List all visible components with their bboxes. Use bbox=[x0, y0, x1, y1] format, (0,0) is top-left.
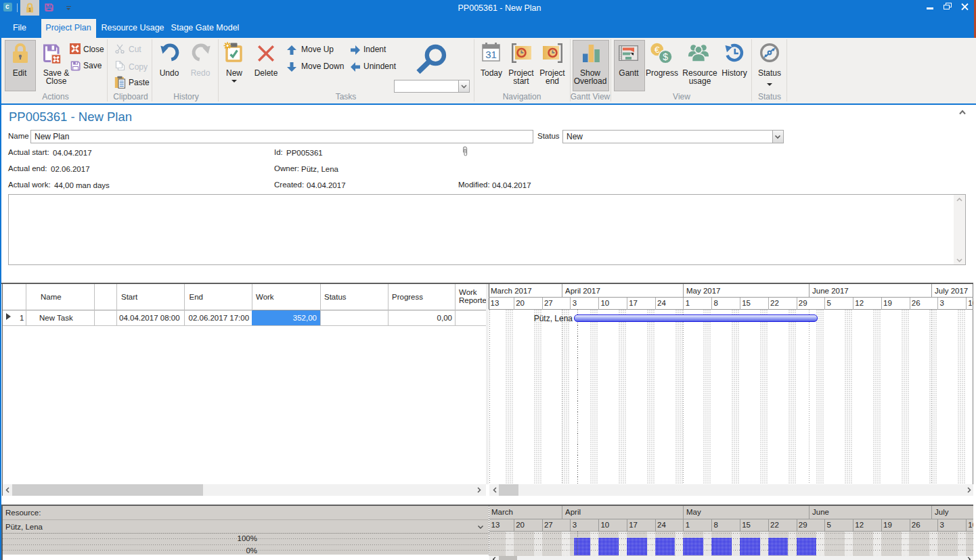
svg-text:$: $ bbox=[663, 51, 668, 62]
svg-text:31: 31 bbox=[485, 49, 497, 60]
svg-text:1: 1 bbox=[28, 7, 31, 12]
svg-text:€: € bbox=[655, 45, 660, 55]
